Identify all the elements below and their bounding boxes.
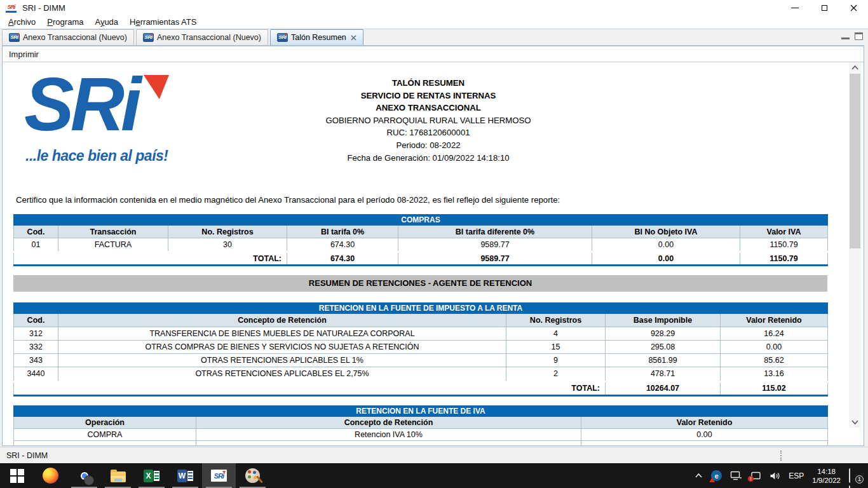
scroll-up-icon[interactable] <box>849 62 861 73</box>
action-center-icon[interactable]: 1 <box>849 470 862 482</box>
report-content: SRi ...le hace bien al país! TALÓN RESUM… <box>3 62 864 445</box>
restore-button[interactable] <box>810 0 839 15</box>
col-header: Valor Retenido <box>721 314 828 327</box>
word-icon: W <box>177 470 193 482</box>
vertical-scrollbar[interactable] <box>849 62 861 428</box>
warning-icon <box>709 477 715 482</box>
table-row: COMPRA Retencion IVA 10% 0.00 <box>14 429 828 441</box>
language-indicator[interactable]: ESP <box>789 471 804 480</box>
minimize-button[interactable] <box>780 0 810 15</box>
tab-label: Talón Resumen <box>291 33 346 42</box>
menu-archivo[interactable]: Archivo <box>3 17 41 27</box>
excel-icon: X <box>144 470 159 482</box>
tab-anexo-transaccional-1[interactable]: SRi Anexo Transaccional (Nuevo) <box>2 29 134 45</box>
folder-icon <box>111 471 126 482</box>
report-annex: ANEXO TRANSACCIONAL <box>3 102 854 114</box>
table-row: 332 OTRAS COMPRAS DE BIENES Y SERVICIOS … <box>14 341 828 354</box>
renta-title: RETENCION EN LA FUENTE DE IMPUESTO A LA … <box>14 303 828 314</box>
menu-ayuda[interactable]: Ayuda <box>89 17 124 27</box>
scrollbar-thumb[interactable] <box>850 74 860 248</box>
sri-icon: SRi <box>9 33 20 42</box>
taskbar-word[interactable]: W <box>168 463 202 488</box>
tab-close-icon[interactable] <box>351 35 356 41</box>
renta-table: RETENCION EN LA FUENTE DE IMPUESTO A LA … <box>13 302 828 396</box>
tray-date: 1/9/2022 <box>812 476 841 485</box>
compras-title: COMPRAS <box>14 215 828 226</box>
tab-label: Anexo Transaccional (Nuevo) <box>157 33 261 42</box>
taskbar-sri-dimm[interactable]: SRi <box>202 463 236 488</box>
tab-talon-resumen[interactable]: SRi Talón Resumen <box>270 29 363 45</box>
system-tray: e ! ESP 14:18 1/9/2022 1 <box>695 463 868 488</box>
col-header: Transacción <box>58 226 168 238</box>
statusbar-text: SRI - DIMM <box>6 451 48 460</box>
col-header: No. Registros <box>506 314 606 327</box>
firefox-icon <box>43 468 58 484</box>
volume-icon[interactable] <box>770 471 780 480</box>
menubar: Archivo Programa Ayuda Herramientas ATS <box>0 15 868 29</box>
view-maximize-icon[interactable] <box>855 32 863 40</box>
iva-table: RETENCION EN LA FUENTE DE IVA Operación … <box>13 405 828 445</box>
taskbar: X W SRi e <box>0 463 868 488</box>
col-header: BI No Objeto IVA <box>592 226 740 238</box>
tab-anexo-transaccional-2[interactable]: SRi Anexo Transaccional (Nuevo) <box>136 29 268 45</box>
table-row: 3440 OTRAS RETENCIONES APLICABLES EL 2,7… <box>14 367 828 381</box>
table-row: 312 TRANSFERENCIA DE BIENES MUEBLES DE N… <box>14 327 828 341</box>
total-label: TOTAL: <box>14 253 287 266</box>
total-row: TOTAL: 674.30 9589.77 0.00 1150.79 <box>14 253 828 266</box>
menu-programa[interactable]: Programa <box>41 17 89 27</box>
taskbar-paint[interactable] <box>236 463 269 488</box>
report-period: Periodo: 08-2022 <box>3 139 854 152</box>
minimize-icon <box>791 8 799 8</box>
sri-icon: SRi <box>277 33 288 42</box>
statusbar: SRI - DIMM <box>0 447 868 463</box>
report-taxpayer: GOBIERNO PARROQUIAL RURAL VALLE HERMOSO <box>3 114 854 127</box>
compras-table: COMPRAS Cod. Transacción No. Registros B… <box>13 214 828 266</box>
windows-start-icon <box>10 469 24 483</box>
report-title: TALÓN RESUMEN <box>3 77 854 90</box>
paint-icon <box>245 468 260 483</box>
clock[interactable]: 14:18 1/9/2022 <box>812 467 841 485</box>
sri-icon: SRi <box>143 33 154 42</box>
titlebar: SRi SRI - DIMM <box>0 0 868 15</box>
taskbar-chrome[interactable] <box>67 463 101 488</box>
table-row: 343 OTRAS RETENCIONES APLICABLES EL 1% 9… <box>14 354 828 367</box>
col-header: Concepto de Retención <box>196 417 581 429</box>
start-button[interactable] <box>0 463 34 488</box>
tab-label: Anexo Transaccional (Nuevo) <box>23 33 127 42</box>
total-label: TOTAL: <box>14 383 606 396</box>
tabbar: SRi Anexo Transaccional (Nuevo) SRi Anex… <box>0 29 868 45</box>
menu-herramientas-ats[interactable]: Herramientas ATS <box>124 17 202 27</box>
col-header: Operación <box>14 417 196 429</box>
imprimir-menu[interactable]: Imprimir <box>9 50 39 59</box>
col-header: Valor IVA <box>740 226 828 238</box>
taskbar-excel[interactable]: X <box>135 463 168 488</box>
close-button[interactable] <box>839 0 868 15</box>
col-header: No. Registros <box>168 226 287 238</box>
network-icon[interactable] <box>730 471 742 480</box>
taskbar-firefox[interactable] <box>34 463 67 488</box>
report-generated: Fecha de Generación: 01/09/2022 14:18:10 <box>3 152 854 165</box>
alert-badge: ! <box>748 476 754 482</box>
total-row: TOTAL: 10264.07 115.02 <box>14 383 828 396</box>
view-minimize-icon[interactable] <box>841 32 850 39</box>
certification-text: Certifico que la información contenida e… <box>16 195 560 205</box>
scroll-down-icon[interactable] <box>849 417 861 428</box>
col-header: Base Imponible <box>606 314 721 327</box>
col-header: Concepto de Retención <box>58 314 506 327</box>
table-row: 01 FACTURA 30 674.30 9589.77 0.00 1150.7… <box>14 238 828 251</box>
tray-chevron-up-icon[interactable] <box>695 473 703 478</box>
editor-area: Imprimir SRi ...le hace bien al país! TA… <box>2 45 864 446</box>
col-header: Cod. <box>14 226 58 238</box>
col-header: BI tarifa diferente 0% <box>398 226 592 238</box>
display-alert-icon[interactable]: ! <box>750 471 761 480</box>
statusbar-grip <box>780 451 782 461</box>
report-header: TALÓN RESUMEN SERVICIO DE RENTAS INTERNA… <box>3 77 854 164</box>
antivirus-icon[interactable]: e <box>711 470 722 481</box>
imprimir-toolbar: Imprimir <box>3 46 864 62</box>
taskbar-file-explorer[interactable] <box>101 463 135 488</box>
restore-icon <box>822 5 827 11</box>
col-header: Cod. <box>14 314 58 327</box>
close-icon <box>850 4 857 11</box>
chrome-icon <box>76 468 92 484</box>
col-header: Valor Retenido <box>581 417 828 429</box>
